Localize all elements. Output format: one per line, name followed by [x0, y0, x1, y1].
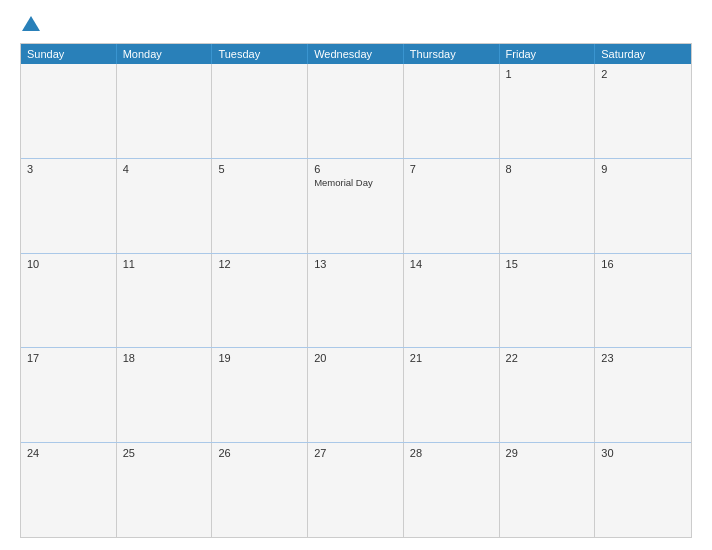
- day-cell: 28: [404, 443, 500, 537]
- day-cell: 12: [212, 254, 308, 348]
- event-label: Memorial Day: [314, 177, 397, 188]
- day-header: Sunday: [21, 44, 117, 64]
- day-number: 30: [601, 447, 685, 459]
- day-cell: 7: [404, 159, 500, 253]
- day-number: 10: [27, 258, 110, 270]
- day-header: Thursday: [404, 44, 500, 64]
- day-cell: 1: [500, 64, 596, 158]
- day-cell: 29: [500, 443, 596, 537]
- day-cell: 18: [117, 348, 213, 442]
- day-cell: 11: [117, 254, 213, 348]
- day-number: 21: [410, 352, 493, 364]
- day-number: 3: [27, 163, 110, 175]
- day-header: Monday: [117, 44, 213, 64]
- day-cell: 6Memorial Day: [308, 159, 404, 253]
- day-cell: 10: [21, 254, 117, 348]
- day-cell: 30: [595, 443, 691, 537]
- day-cell: [117, 64, 213, 158]
- day-number: 18: [123, 352, 206, 364]
- day-number: 25: [123, 447, 206, 459]
- day-number: 9: [601, 163, 685, 175]
- weeks-container: 123456Memorial Day7891011121314151617181…: [21, 64, 691, 537]
- day-number: 6: [314, 163, 397, 175]
- day-number: 15: [506, 258, 589, 270]
- logo: [20, 16, 40, 33]
- day-cell: [404, 64, 500, 158]
- day-number: 1: [506, 68, 589, 80]
- day-cell: 13: [308, 254, 404, 348]
- day-cell: 16: [595, 254, 691, 348]
- day-number: 26: [218, 447, 301, 459]
- week-row: 3456Memorial Day789: [21, 159, 691, 254]
- day-number: 19: [218, 352, 301, 364]
- day-cell: 9: [595, 159, 691, 253]
- day-cell: 2: [595, 64, 691, 158]
- day-cell: 5: [212, 159, 308, 253]
- day-number: 24: [27, 447, 110, 459]
- week-row: 10111213141516: [21, 254, 691, 349]
- week-row: 12: [21, 64, 691, 159]
- day-number: 11: [123, 258, 206, 270]
- day-cell: 17: [21, 348, 117, 442]
- day-number: 28: [410, 447, 493, 459]
- day-number: 2: [601, 68, 685, 80]
- day-header: Friday: [500, 44, 596, 64]
- day-number: 16: [601, 258, 685, 270]
- day-cell: 26: [212, 443, 308, 537]
- day-cell: 21: [404, 348, 500, 442]
- day-cell: 15: [500, 254, 596, 348]
- day-number: 4: [123, 163, 206, 175]
- day-number: 20: [314, 352, 397, 364]
- logo-triangle-icon: [22, 16, 40, 31]
- day-cell: [212, 64, 308, 158]
- calendar-grid: SundayMondayTuesdayWednesdayThursdayFrid…: [20, 43, 692, 538]
- day-cell: 23: [595, 348, 691, 442]
- day-cell: [21, 64, 117, 158]
- day-cell: [308, 64, 404, 158]
- day-cell: 22: [500, 348, 596, 442]
- day-header: Saturday: [595, 44, 691, 64]
- day-number: 14: [410, 258, 493, 270]
- day-number: 23: [601, 352, 685, 364]
- week-row: 17181920212223: [21, 348, 691, 443]
- day-cell: 19: [212, 348, 308, 442]
- day-number: 29: [506, 447, 589, 459]
- day-cell: 24: [21, 443, 117, 537]
- day-number: 7: [410, 163, 493, 175]
- day-header: Wednesday: [308, 44, 404, 64]
- day-cell: 14: [404, 254, 500, 348]
- day-header: Tuesday: [212, 44, 308, 64]
- day-number: 22: [506, 352, 589, 364]
- day-cell: 20: [308, 348, 404, 442]
- header: [20, 16, 692, 33]
- day-cell: 3: [21, 159, 117, 253]
- week-row: 24252627282930: [21, 443, 691, 537]
- day-number: 17: [27, 352, 110, 364]
- day-number: 12: [218, 258, 301, 270]
- day-cell: 8: [500, 159, 596, 253]
- day-cell: 4: [117, 159, 213, 253]
- day-number: 5: [218, 163, 301, 175]
- day-headers-row: SundayMondayTuesdayWednesdayThursdayFrid…: [21, 44, 691, 64]
- day-cell: 27: [308, 443, 404, 537]
- calendar-page: SundayMondayTuesdayWednesdayThursdayFrid…: [0, 0, 712, 550]
- day-cell: 25: [117, 443, 213, 537]
- day-number: 13: [314, 258, 397, 270]
- day-number: 27: [314, 447, 397, 459]
- day-number: 8: [506, 163, 589, 175]
